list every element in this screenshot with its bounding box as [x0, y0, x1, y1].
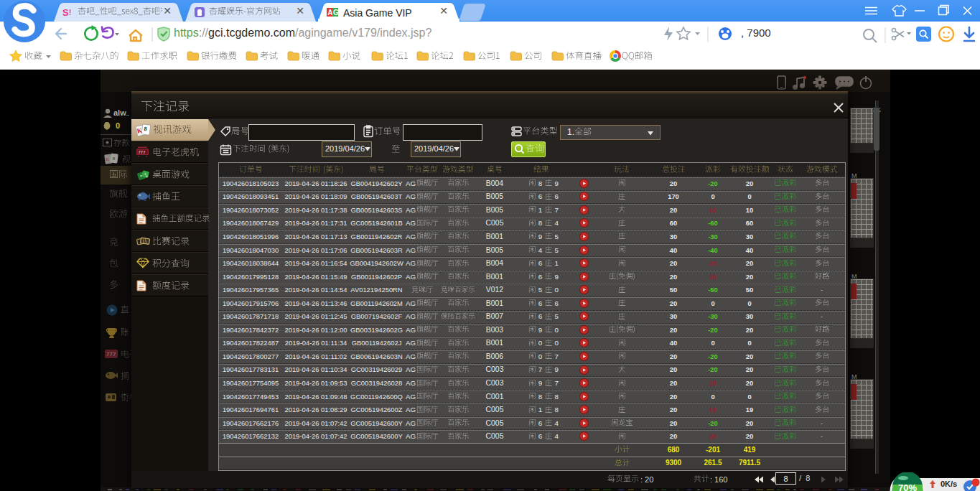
svg-text:G: G [333, 9, 339, 17]
svg-text:70%: 70% [898, 482, 917, 491]
svg-text:8: 8 [113, 156, 115, 161]
svg-text:!: ! [69, 9, 71, 17]
svg-text:K: K [106, 156, 109, 162]
svg-text:A: A [327, 9, 332, 17]
svg-text:S: S [62, 7, 69, 18]
svg-text:777: 777 [139, 150, 146, 154]
svg-text:777: 777 [106, 351, 116, 357]
